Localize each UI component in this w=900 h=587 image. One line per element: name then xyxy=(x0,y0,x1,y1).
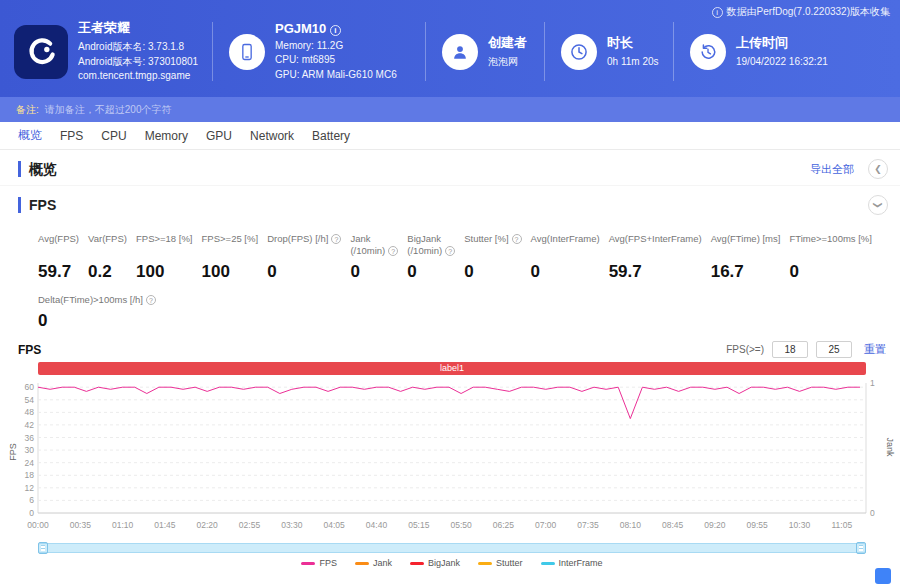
legend-marker xyxy=(478,562,492,565)
svg-text:03:30: 03:30 xyxy=(281,520,303,530)
fps-section-header: FPS ❯ xyxy=(0,186,900,221)
fps-metric: Stutter [%]?0 xyxy=(464,233,521,282)
help-icon[interactable]: ? xyxy=(512,234,522,244)
metric-label: Avg(FPS) xyxy=(38,233,79,257)
y-axis-left-label: FPS xyxy=(8,443,18,461)
fps-metric: BigJank (/10min)?0 xyxy=(407,233,455,282)
app-package: com.tencent.tmgp.sgame xyxy=(78,69,198,84)
svg-text:18: 18 xyxy=(25,470,35,480)
svg-text:04:05: 04:05 xyxy=(323,520,345,530)
legend-item-stutter[interactable]: Stutter xyxy=(478,558,523,568)
svg-text:02:55: 02:55 xyxy=(239,520,261,530)
fps-metrics-row2: Delta(FTime)>100ms [/h]?0 xyxy=(0,282,900,331)
overview-collapse-button[interactable]: ❮ xyxy=(868,159,888,179)
fps-metric: Avg(FPS+InterFrame)59.7 xyxy=(609,233,702,282)
help-icon[interactable]: ? xyxy=(388,246,398,256)
metric-label: Jank (/10min)? xyxy=(350,233,398,257)
svg-text:0: 0 xyxy=(870,508,875,518)
metric-value: 100 xyxy=(136,262,193,282)
tab-FPS[interactable]: FPS xyxy=(60,129,83,143)
tab-概览[interactable]: 概览 xyxy=(18,127,42,144)
duration-label: 时长 xyxy=(607,34,659,52)
tab-CPU[interactable]: CPU xyxy=(101,129,126,143)
duration-summary: 时长 0h 11m 20s xyxy=(545,34,673,70)
overview-section-header: 概览 导出全部 ❮ xyxy=(0,150,900,186)
creator-label: 创建者 xyxy=(488,34,527,52)
device-cpu: CPU: mt6895 xyxy=(275,53,397,68)
fps-chart-header: FPS FPS(>=) 重置 xyxy=(0,331,900,362)
tab-GPU[interactable]: GPU xyxy=(206,129,232,143)
fps-metric: Avg(FTime) [ms]16.7 xyxy=(711,233,781,282)
svg-text:00:35: 00:35 xyxy=(70,520,92,530)
svg-text:05:15: 05:15 xyxy=(408,520,430,530)
fps-metric: Var(FPS)0.2 xyxy=(88,233,127,282)
fps-threshold-input-1[interactable] xyxy=(772,341,808,358)
metric-label: Avg(FPS+InterFrame) xyxy=(609,233,702,257)
notes-placeholder: 请加备注，不超过200个字符 xyxy=(45,103,172,117)
phone-icon xyxy=(229,34,265,70)
overview-title: 概览 xyxy=(18,161,57,177)
legend-item-bigjank[interactable]: BigJank xyxy=(410,558,460,568)
fps-chart-title: FPS xyxy=(18,343,41,357)
help-icon[interactable]: ? xyxy=(331,234,341,244)
tab-Network[interactable]: Network xyxy=(250,129,294,143)
metric-value: 59.7 xyxy=(38,262,79,282)
fps-line-chart: 061218243036424854600100:0000:3501:1001:… xyxy=(20,377,884,541)
fps-metric: FPS>=18 [%]100 xyxy=(136,233,193,282)
fps-metric: Delta(FTime)>100ms [/h]?0 xyxy=(38,294,156,331)
app-summary: 王者荣耀 Android版本名: 3.73.1.8 Android版本号: 37… xyxy=(0,19,212,83)
tab-Memory[interactable]: Memory xyxy=(145,129,188,143)
tab-Battery[interactable]: Battery xyxy=(312,129,350,143)
metric-value: 0 xyxy=(267,262,341,282)
report-header: i 数据由PerfDog(7.0.220332)版本收集 王者荣耀 Androi… xyxy=(0,0,900,97)
svg-text:30: 30 xyxy=(25,445,35,455)
metric-label: FPS>=25 [%] xyxy=(202,233,259,257)
fps-metric: Drop(FPS) [/h]?0 xyxy=(267,233,341,282)
metric-value: 16.7 xyxy=(711,262,781,282)
metric-label: FPS>=18 [%] xyxy=(136,233,193,257)
fps-collapse-button[interactable]: ❯ xyxy=(868,195,888,215)
fps-metric: FTime>=100ms [%]0 xyxy=(789,233,872,282)
floating-button[interactable] xyxy=(875,568,891,584)
app-logo-swirl-icon xyxy=(21,32,61,72)
legend-label: Stutter xyxy=(496,558,523,568)
metric-value: 0 xyxy=(407,262,455,282)
device-summary: PGJM10 i Memory: 11.2G CPU: mt6895 GPU: … xyxy=(213,21,425,83)
device-gpu: GPU: ARM Mali-G610 MC6 xyxy=(275,68,397,83)
metric-value: 100 xyxy=(202,262,259,282)
info-icon: i xyxy=(712,7,723,18)
scrollbar-left-handle[interactable] xyxy=(38,542,48,554)
svg-text:07:00: 07:00 xyxy=(535,520,557,530)
chart-legend: FPSJankBigJankStutterInterFrame xyxy=(20,558,884,568)
help-icon[interactable]: ? xyxy=(445,246,455,256)
app-version-code: Android版本号: 373010801 xyxy=(78,55,198,70)
perfdog-version-note: i 数据由PerfDog(7.0.220332)版本收集 xyxy=(712,5,890,19)
help-icon[interactable]: ? xyxy=(146,295,156,305)
reset-link[interactable]: 重置 xyxy=(864,342,886,357)
legend-item-fps[interactable]: FPS xyxy=(301,558,337,568)
metric-value: 0 xyxy=(531,262,600,282)
fps-chart-area: label1 FPS Jank 061218243036424854600100… xyxy=(20,362,884,568)
upload-summary: 上传时间 19/04/2022 16:32:21 xyxy=(674,34,860,70)
chart-zoom-scrollbar[interactable] xyxy=(38,543,866,553)
device-info-icon[interactable]: i xyxy=(330,25,341,36)
fps-threshold-label: FPS(>=) xyxy=(726,344,764,355)
svg-text:09:20: 09:20 xyxy=(704,520,726,530)
scrollbar-right-handle[interactable] xyxy=(856,542,866,554)
app-icon xyxy=(14,25,68,79)
fps-metric: Jank (/10min)?0 xyxy=(350,233,398,282)
fps-metric: Avg(InterFrame)0 xyxy=(531,233,600,282)
fps-threshold-input-2[interactable] xyxy=(816,341,852,358)
export-all-link[interactable]: 导出全部 xyxy=(810,162,854,177)
legend-item-interframe[interactable]: InterFrame xyxy=(541,558,603,568)
notes-bar[interactable]: 备注: 请加备注，不超过200个字符 xyxy=(0,97,900,122)
clock-icon xyxy=(561,34,597,70)
legend-item-jank[interactable]: Jank xyxy=(355,558,392,568)
svg-text:48: 48 xyxy=(25,407,35,417)
svg-text:01:45: 01:45 xyxy=(154,520,176,530)
metric-label: Stutter [%]? xyxy=(464,233,521,257)
svg-text:6: 6 xyxy=(29,495,34,505)
chevron-left-icon: ❮ xyxy=(874,164,882,174)
tab-bar: 概览FPSCPUMemoryGPUNetworkBattery xyxy=(0,122,900,150)
device-memory: Memory: 11.2G xyxy=(275,39,397,54)
